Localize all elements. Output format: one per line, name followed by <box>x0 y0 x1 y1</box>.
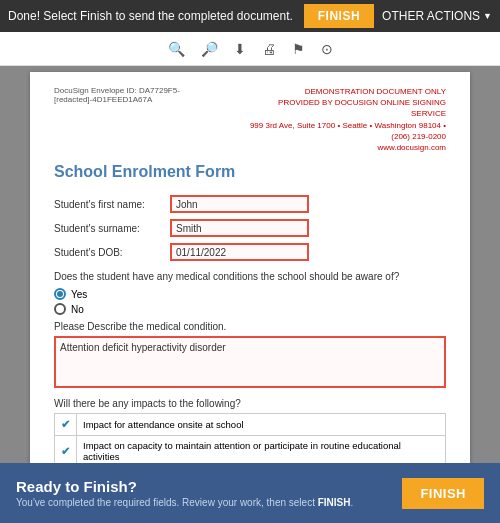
document-page: DocuSign Envelope ID: DA7729F5-[redacted… <box>30 72 470 463</box>
zoom-out-button[interactable]: 🔎 <box>197 39 222 59</box>
table-row: ✔ Impact on capacity to maintain attenti… <box>55 436 446 463</box>
finish-button-top[interactable]: FINISH <box>304 4 374 28</box>
check-icon-1: ✔ <box>61 418 70 430</box>
form-title: School Enrolment Form <box>54 163 446 181</box>
impact-1-text: Impact for attendance onsite at school <box>77 414 446 436</box>
clock-icon: ⊙ <box>321 41 333 57</box>
radio-yes-label: Yes <box>71 289 87 300</box>
status-message: Done! Select Finish to send the complete… <box>8 9 293 23</box>
medical-radio-group: Yes No <box>54 288 446 315</box>
other-actions-button[interactable]: OTHER ACTIONS ▼ <box>382 9 492 23</box>
bottom-bar-content: Ready to Finish? You've completed the re… <box>16 478 353 508</box>
demo-notice: DEMONSTRATION DOCUMENT ONLY PROVIDED BY … <box>246 86 446 153</box>
finish-button-bottom[interactable]: FINISH <box>402 478 484 509</box>
impacts-table: ✔ Impact for attendance onsite at school… <box>54 413 446 463</box>
medical-condition-textarea[interactable]: Attention deficit hyperactivity disorder <box>54 336 446 388</box>
download-icon: ⬇ <box>234 41 246 57</box>
top-toolbar: Done! Select Finish to send the complete… <box>0 0 500 32</box>
ready-to-finish-subtitle: You've completed the required fields. Re… <box>16 497 353 508</box>
print-button[interactable]: 🖨 <box>258 39 280 59</box>
firstname-label: Student's first name: <box>54 199 164 210</box>
bottom-bar: Ready to Finish? You've completed the re… <box>0 463 500 523</box>
radio-no-label: No <box>71 304 84 315</box>
download-button[interactable]: ⬇ <box>230 39 250 59</box>
zoom-in-button[interactable]: 🔍 <box>164 39 189 59</box>
firstname-row: Student's first name: <box>54 195 446 213</box>
firstname-input[interactable] <box>170 195 309 213</box>
describe-label: Please Describe the medical condition. <box>54 321 446 332</box>
surname-label: Student's surname: <box>54 223 164 234</box>
table-row: ✔ Impact for attendance onsite at school <box>55 414 446 436</box>
icon-toolbar: 🔍 🔎 ⬇ 🖨 ⚑ ⊙ <box>0 32 500 66</box>
check-icon-2: ✔ <box>61 445 70 457</box>
document-scroll-area[interactable]: DocuSign Envelope ID: DA7729F5-[redacted… <box>0 66 500 463</box>
zoom-in-icon: 🔍 <box>168 41 185 57</box>
surname-input[interactable] <box>170 219 309 237</box>
docusign-header: DocuSign Envelope ID: DA7729F5-[redacted… <box>54 86 446 153</box>
radio-no-circle[interactable] <box>54 303 66 315</box>
chevron-down-icon: ▼ <box>483 11 492 21</box>
dob-row: Student's DOB: <box>54 243 446 261</box>
history-button[interactable]: ⊙ <box>317 39 337 59</box>
dob-input[interactable] <box>170 243 309 261</box>
radio-yes-circle[interactable] <box>54 288 66 300</box>
flag-button[interactable]: ⚑ <box>288 39 309 59</box>
print-icon: 🖨 <box>262 41 276 57</box>
radio-yes-row[interactable]: Yes <box>54 288 446 300</box>
document-wrapper: DocuSign Envelope ID: DA7729F5-[redacted… <box>0 66 500 463</box>
impact-2-text: Impact on capacity to maintain attention… <box>77 436 446 463</box>
radio-no-row[interactable]: No <box>54 303 446 315</box>
surname-row: Student's surname: <box>54 219 446 237</box>
ready-to-finish-title: Ready to Finish? <box>16 478 353 495</box>
envelope-id: DocuSign Envelope ID: DA7729F5-[redacted… <box>54 86 246 153</box>
dob-label: Student's DOB: <box>54 247 164 258</box>
zoom-out-icon: 🔎 <box>201 41 218 57</box>
medical-question: Does the student have any medical condit… <box>54 271 446 282</box>
flag-icon: ⚑ <box>292 41 305 57</box>
impacts-question: Will there be any impacts to the followi… <box>54 398 446 409</box>
